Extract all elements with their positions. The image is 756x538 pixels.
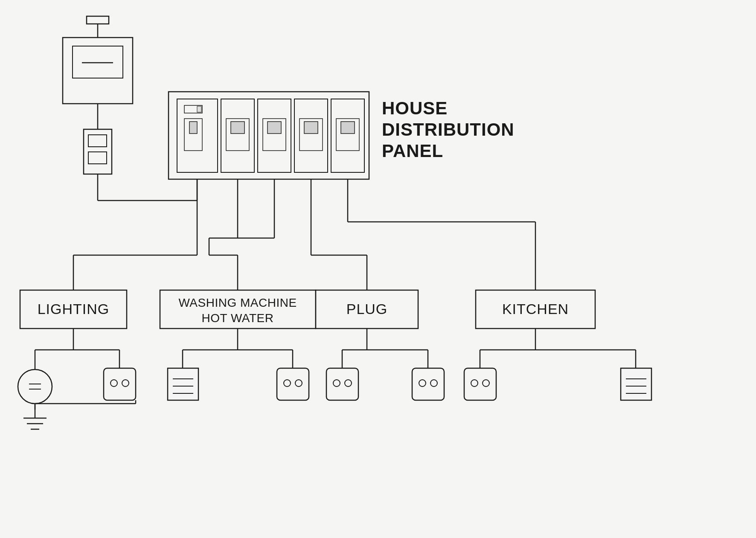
svg-rect-27 (341, 122, 355, 134)
svg-rect-77 (168, 368, 198, 400)
svg-point-67 (18, 369, 52, 404)
svg-point-76 (122, 380, 129, 387)
svg-rect-21 (268, 122, 281, 134)
svg-point-88 (419, 380, 426, 387)
svg-point-92 (483, 380, 489, 387)
svg-rect-1 (87, 16, 109, 24)
svg-rect-4 (73, 46, 123, 78)
svg-point-91 (471, 380, 478, 387)
svg-rect-8 (88, 135, 107, 147)
svg-rect-84 (326, 368, 358, 400)
svg-rect-24 (304, 122, 318, 134)
svg-rect-81 (277, 368, 309, 400)
svg-rect-74 (104, 368, 136, 400)
svg-point-89 (430, 380, 437, 387)
diagram-container: HOUSE DISTRIBUTION PANEL (0, 0, 756, 538)
svg-point-82 (284, 380, 291, 387)
plug-label: PLUG (346, 301, 388, 317)
svg-point-75 (110, 380, 117, 387)
svg-rect-90 (464, 368, 496, 400)
panel-label-line1: HOUSE (382, 98, 448, 118)
svg-point-83 (295, 380, 302, 387)
panel-label-line2: DISTRIBUTION (382, 119, 515, 140)
svg-point-85 (333, 380, 340, 387)
washing-label-line2: HOT WATER (202, 311, 274, 325)
svg-rect-87 (412, 368, 444, 400)
svg-rect-9 (88, 152, 107, 164)
svg-point-86 (345, 380, 352, 387)
svg-rect-93 (621, 368, 651, 400)
washing-label-line1: WASHING MACHINE (178, 296, 297, 309)
kitchen-label: KITCHEN (502, 301, 569, 317)
lighting-label: LIGHTING (38, 301, 110, 317)
svg-rect-13 (197, 106, 201, 112)
svg-rect-18 (231, 122, 244, 134)
svg-rect-15 (189, 122, 197, 134)
panel-label-line3: PANEL (382, 141, 443, 161)
